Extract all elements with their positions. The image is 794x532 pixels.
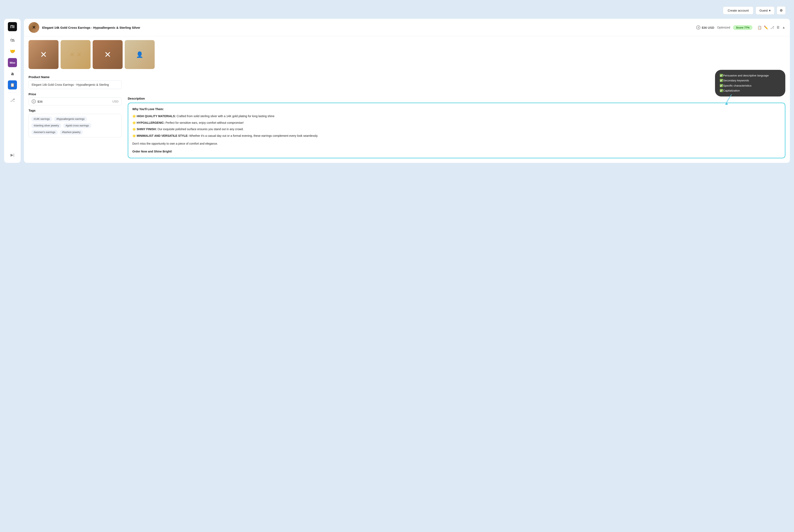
tags-label: Tags: [29, 109, 122, 112]
desc-title-4: MINIMALIST AND VERSATILE STYLE:: [137, 134, 188, 137]
desc-cta-text: Order Now and Shine Bright!: [132, 150, 172, 153]
product-name-input[interactable]: [29, 80, 122, 89]
sidebar-item-expand[interactable]: ▶|: [8, 150, 17, 159]
description-label: Description: [128, 97, 785, 100]
tag-3[interactable]: #sterling silver jewelry: [31, 123, 61, 128]
price-dollar-icon: $: [32, 99, 36, 103]
tag-6[interactable]: #fashion jewelry: [59, 130, 83, 135]
currency-label: USD: [112, 100, 118, 103]
desc-item-2: 🌟 HYPOALLERGENIC: Perfect for sensitive …: [132, 120, 781, 126]
collapse-icon[interactable]: ▲: [782, 26, 785, 29]
create-account-button[interactable]: Create account: [723, 6, 754, 15]
desc-item-4: 🌟 MINIMALIST AND VERSATILE STYLE: Whethe…: [132, 133, 781, 138]
desc-cta: Order Now and Shine Bright!: [132, 149, 781, 154]
chevron-down-icon: ▾: [769, 9, 771, 13]
sun-icon-2: 🌟: [132, 121, 136, 125]
tooltip-item-4: ✅Capitalization: [720, 88, 781, 93]
desc-section-title: Why You'll Love Them:: [132, 107, 781, 112]
product-price-text: $36 USD: [702, 26, 714, 29]
sidebar-item-amazon[interactable]: a: [8, 69, 17, 78]
share-icon: ⎇: [10, 97, 15, 102]
product-card: ✕ Elegant 14k Gold Cross Earrings - Hypo…: [24, 19, 790, 163]
woo-label: Woo: [10, 61, 15, 64]
filter-icon: ⚙: [780, 8, 782, 13]
thumbnail-image: ✕: [29, 22, 39, 33]
sidebar-item-shopify[interactable]: 🛍: [8, 36, 17, 45]
desc-title-1: HIGH QUALITY MATERIALS:: [137, 114, 176, 118]
share-product-icon[interactable]: ⎇: [770, 25, 774, 30]
guest-button[interactable]: Guest ▾: [756, 6, 775, 15]
product-image-1[interactable]: ✕: [29, 40, 58, 69]
handshake-icon: 🤝: [10, 49, 15, 54]
desc-item-1: 🌟 HIGH QUALITY MATERIALS: Crafted from s…: [132, 114, 781, 119]
csv-icon: 📋: [10, 83, 15, 87]
earring-thumb-icon: ✕: [32, 25, 36, 30]
image-placeholder-2: ✕ ✕: [60, 40, 91, 69]
price-input-wrapper: $ $36 USD: [29, 97, 122, 106]
price-display: $36: [37, 100, 112, 103]
product-left-col: Product Name Price $ $36 USD Tags #14K e…: [29, 72, 122, 158]
image-placeholder-1: ✕: [29, 40, 58, 69]
tooltip-item-2: ✅Secondary keywords: [720, 78, 781, 83]
shopify-icon: 🛍: [10, 38, 15, 43]
desc-title-3: SHINY FINISH:: [137, 128, 157, 131]
image-placeholder-3: ✕: [93, 40, 123, 69]
content-area: ✕ Elegant 14k Gold Cross Earrings - Hypo…: [24, 19, 790, 163]
clipboard-icon[interactable]: 📋: [757, 25, 762, 30]
tooltip-bubble: ✅Persuasive and descriptive language ✅Se…: [715, 70, 785, 96]
tooltip-item-3: ✅Specific characteristics: [720, 83, 781, 88]
sidebar-item-woo[interactable]: Woo: [8, 58, 17, 67]
product-image-4[interactable]: 👤: [125, 40, 155, 69]
header-actions: 📋 ✏️ ⎇ 🗑 ▲: [757, 25, 785, 30]
tag-1[interactable]: #14K earrings: [31, 116, 52, 121]
product-images: ✕ ✕ ✕ ✕ 👤: [24, 36, 790, 72]
sun-icon-3: 🌟: [132, 128, 136, 131]
desc-text-1: Crafted from solid sterling silver with …: [177, 114, 274, 118]
product-title-text: Elegant 14k Gold Cross Earrings - Hypoal…: [42, 25, 693, 30]
product-header: ✕ Elegant 14k Gold Cross Earrings - Hypo…: [24, 19, 790, 36]
desc-title-2: HYPOALLERGENIC:: [137, 121, 165, 125]
product-thumbnail: ✕: [29, 22, 39, 33]
filter-button[interactable]: ⚙: [777, 6, 786, 15]
price-coin-icon: $: [696, 25, 700, 30]
sidebar-item-share[interactable]: ⎇: [8, 95, 17, 104]
image-placeholder-4: 👤: [125, 40, 155, 69]
product-title-wrapper: Elegant 14k Gold Cross Earrings - Hypoal…: [42, 25, 693, 30]
desc-closing: Don't miss the opportunity to own a piec…: [132, 141, 781, 146]
tag-2[interactable]: #hypoallergenic earrings: [54, 116, 87, 121]
desc-text-4: Whether it's a casual day out or a forma…: [189, 134, 318, 137]
description-box: Why You'll Love Them: 🌟 HIGH QUALITY MAT…: [128, 103, 785, 158]
desc-item-3: 🌟 SHINY FINISH: Our exquisite polished s…: [132, 127, 781, 132]
tooltip-item-1: ✅Persuasive and descriptive language: [720, 73, 781, 78]
score-badge: Score 77%: [733, 25, 753, 30]
price-label: Price: [29, 92, 122, 96]
sidebar-divider: [8, 92, 17, 93]
top-bar: Create account Guest ▾ ⚙: [4, 4, 790, 19]
product-price-badge: $ $36 USD: [696, 25, 714, 30]
amazon-icon: a: [11, 71, 14, 76]
app-logo[interactable]: ПI: [8, 22, 17, 31]
optimized-status: Optimized: [717, 26, 730, 29]
sidebar-item-csv[interactable]: 📋: [8, 80, 17, 90]
product-right-col: ✅Persuasive and descriptive language ✅Se…: [128, 72, 785, 158]
main-layout: ПI 🛍 🤝 Woo a 📋 ⎇ ▶|: [4, 19, 790, 163]
delete-icon[interactable]: 🗑: [776, 25, 780, 30]
desc-text-2: Perfect for sensitive ears, enjoy comfor…: [165, 121, 244, 125]
sun-icon-1: 🌟: [132, 114, 136, 118]
sidebar-item-handshake[interactable]: 🤝: [8, 47, 17, 56]
product-body: Product Name Price $ $36 USD Tags #14K e…: [24, 72, 790, 163]
name-label: Product Name: [29, 75, 122, 79]
tag-4[interactable]: #gold cross earrings: [63, 123, 91, 128]
tooltip-arrow-svg: [725, 94, 740, 105]
expand-icon: ▶|: [11, 153, 15, 157]
tag-5[interactable]: #women's earrings: [31, 130, 58, 135]
edit-icon[interactable]: ✏️: [764, 25, 768, 30]
product-image-2[interactable]: ✕ ✕: [60, 40, 91, 69]
sun-icon-4: 🌟: [132, 134, 136, 137]
sidebar: ПI 🛍 🤝 Woo a 📋 ⎇ ▶|: [4, 19, 21, 163]
desc-text-3: Our exquisite polished surface ensures y…: [158, 128, 244, 131]
guest-label: Guest: [759, 9, 768, 12]
tags-container: #14K earrings #hypoallergenic earrings #…: [29, 114, 122, 137]
logo-text: ПI: [10, 24, 15, 29]
product-image-3[interactable]: ✕: [93, 40, 123, 69]
